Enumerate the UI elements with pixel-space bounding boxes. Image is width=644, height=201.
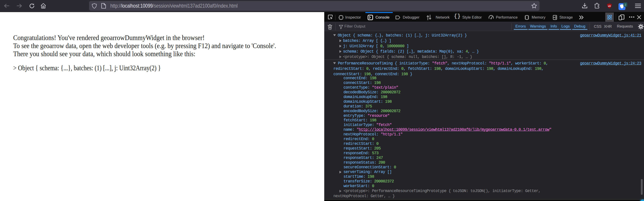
svg-text:uO: uO <box>608 5 611 7</box>
svg-text:2: 2 <box>624 3 626 6</box>
